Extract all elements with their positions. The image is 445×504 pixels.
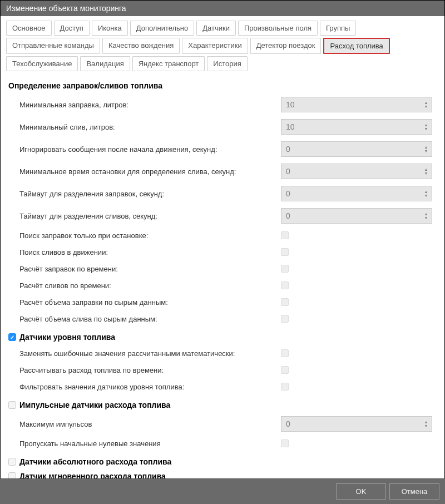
tabs-row-2: Отправленные командыКачество вожденияХар… [1, 38, 444, 56]
setting-row: Максимум импульсов0▲▼ [8, 413, 437, 435]
setting-row: Минимальная заправка, литров:10▲▼ [8, 93, 437, 116]
setting-row: Рассчитывать расход топлива по времени: [8, 362, 437, 378]
cancel-button[interactable]: Отмена [389, 483, 439, 500]
checkbox[interactable] [281, 315, 289, 323]
setting-row: Расчёт заправок по времени: [8, 260, 437, 277]
spinner-arrows-icon[interactable]: ▲▼ [421, 120, 432, 134]
tab[interactable]: Датчики [196, 21, 236, 36]
setting-row: Таймаут для разделения сливов, секунд:0▲… [8, 205, 437, 227]
setting-label: Минимальный слив, литров: [19, 123, 281, 131]
section-fuel-level-sensors[interactable]: ✓ Датчики уровня топлива [8, 333, 437, 342]
setting-row: Заменять ошибочные значения рассчитанным… [8, 345, 437, 362]
checkbox[interactable] [281, 248, 289, 256]
tab[interactable]: Валидация [80, 56, 130, 71]
tab[interactable]: Произвольные поля [238, 21, 318, 36]
section-title: Датчики абсолютного расхода топлива [19, 457, 171, 466]
spinner-value[interactable]: 0 [281, 417, 421, 431]
tab[interactable]: Отправленные команды [6, 38, 100, 54]
setting-row: Поиск сливов в движении: [8, 244, 437, 260]
number-spinner[interactable]: 10▲▼ [281, 119, 432, 135]
tab[interactable]: Дополнительно [130, 21, 195, 36]
setting-row: Минимальное время остановки для определе… [8, 160, 437, 182]
section-fillings-drains: Определение заправок/сливов топлива [8, 81, 437, 90]
checkbox-icon[interactable] [8, 458, 16, 466]
number-spinner[interactable]: 0▲▼ [281, 208, 432, 224]
spinner-value[interactable]: 0 [281, 164, 421, 179]
setting-label: Минимальная заправка, литров: [19, 101, 281, 109]
tab[interactable]: Доступ [54, 21, 90, 36]
checkbox[interactable] [281, 265, 289, 273]
tab[interactable]: Характеристики [182, 38, 248, 54]
tab[interactable]: История [207, 56, 247, 71]
spinner-value[interactable]: 0 [281, 209, 421, 223]
setting-label: Игнорировать сообщения после начала движ… [19, 145, 281, 154]
checkbox[interactable] [281, 383, 289, 391]
setting-label: Расчёт объема заправки по сырым данным: [19, 298, 281, 307]
checkbox[interactable] [281, 366, 289, 374]
spinner-value[interactable]: 0 [281, 186, 421, 201]
spinner-value[interactable]: 10 [281, 120, 421, 134]
section-impulse-sensors[interactable]: Импульсные датчики расхода топлива [8, 401, 437, 409]
checkbox[interactable] [281, 439, 289, 447]
section-title: Определение заправок/сливов топлива [8, 81, 162, 90]
setting-label: Расчёт объема слива по сырым данным: [19, 315, 281, 323]
tabs-row-1: ОсновноеДоступИконкаДополнительноДатчики… [1, 16, 444, 38]
spinner-arrows-icon[interactable]: ▲▼ [421, 97, 432, 112]
section-title: Импульсные датчики расхода топлива [19, 401, 170, 409]
setting-label: Максимум импульсов [19, 420, 281, 428]
setting-row: Игнорировать сообщения после начала движ… [8, 138, 437, 160]
setting-row: Пропускать начальные нулевые значения [8, 435, 437, 452]
ok-button[interactable]: OK [336, 483, 386, 500]
setting-label: Поиск заправок только при остановке: [19, 231, 281, 240]
tab[interactable]: Расход топлива [323, 38, 389, 54]
setting-label: Таймаут для разделения заправок, секунд: [19, 190, 281, 198]
setting-label: Таймаут для разделения сливов, секунд: [19, 212, 281, 220]
setting-label: Расчёт сливов по времени: [19, 281, 281, 290]
spinner-arrows-icon[interactable]: ▲▼ [421, 209, 432, 223]
content-area: Определение заправок/сливов топлива Мини… [1, 73, 444, 490]
checkbox[interactable] [281, 349, 289, 357]
setting-label: Пропускать начальные нулевые значения [19, 439, 281, 448]
checkbox[interactable] [281, 231, 289, 239]
tab[interactable]: Яндекс транспорт [132, 56, 205, 71]
spinner-arrows-icon[interactable]: ▲▼ [421, 164, 432, 179]
number-spinner[interactable]: 0▲▼ [281, 141, 432, 157]
tabs-row-3: ТехобслуживаниеВалидацияЯндекс транспорт… [1, 56, 444, 73]
setting-row: Расчёт объема заправки по сырым данным: [8, 294, 437, 310]
setting-row: Фильтровать значения датчиков уровня топ… [8, 378, 437, 395]
dialog-footer: OK Отмена [0, 478, 445, 504]
section-absolute-sensors[interactable]: Датчики абсолютного расхода топлива [8, 457, 437, 466]
setting-label: Рассчитывать расход топлива по времени: [19, 366, 281, 374]
tab[interactable]: Иконка [92, 21, 128, 36]
number-spinner[interactable]: 0▲▼ [281, 186, 432, 201]
setting-row: Минимальный слив, литров:10▲▼ [8, 116, 437, 138]
setting-label: Фильтровать значения датчиков уровня топ… [19, 383, 281, 391]
tab[interactable]: Качество вождения [102, 38, 180, 54]
tab[interactable]: Группы [320, 21, 356, 36]
setting-row: Поиск заправок только при остановке: [8, 227, 437, 244]
spinner-arrows-icon[interactable]: ▲▼ [421, 186, 432, 201]
spinner-value[interactable]: 10 [281, 97, 421, 112]
spinner-value[interactable]: 0 [281, 142, 421, 156]
checkbox-icon[interactable]: ✓ [8, 333, 16, 341]
spinner-arrows-icon[interactable]: ▲▼ [421, 417, 432, 431]
setting-row: Расчёт объема слива по сырым данным: [8, 310, 437, 327]
checkbox-icon[interactable] [8, 401, 16, 409]
tab[interactable]: Основное [6, 21, 52, 36]
setting-row: Таймаут для разделения заправок, секунд:… [8, 182, 437, 205]
checkbox[interactable] [281, 298, 289, 306]
setting-label: Поиск сливов в движении: [19, 248, 281, 256]
spinner-arrows-icon[interactable]: ▲▼ [421, 142, 432, 156]
setting-label: Минимальное время остановки для определе… [19, 167, 281, 176]
setting-label: Расчёт заправок по времени: [19, 265, 281, 273]
setting-label: Заменять ошибочные значения рассчитанным… [19, 349, 281, 358]
tab[interactable]: Детектор поездок [250, 38, 322, 54]
section-title: Датчики уровня топлива [19, 333, 115, 342]
checkbox[interactable] [281, 281, 289, 289]
tab[interactable]: Техобслуживание [6, 56, 78, 71]
number-spinner[interactable]: 0▲▼ [281, 416, 432, 432]
window-title: Изменение объекта мониторинга [1, 1, 444, 16]
number-spinner[interactable]: 10▲▼ [281, 97, 432, 112]
number-spinner[interactable]: 0▲▼ [281, 164, 432, 179]
setting-row: Расчёт сливов по времени: [8, 277, 437, 294]
